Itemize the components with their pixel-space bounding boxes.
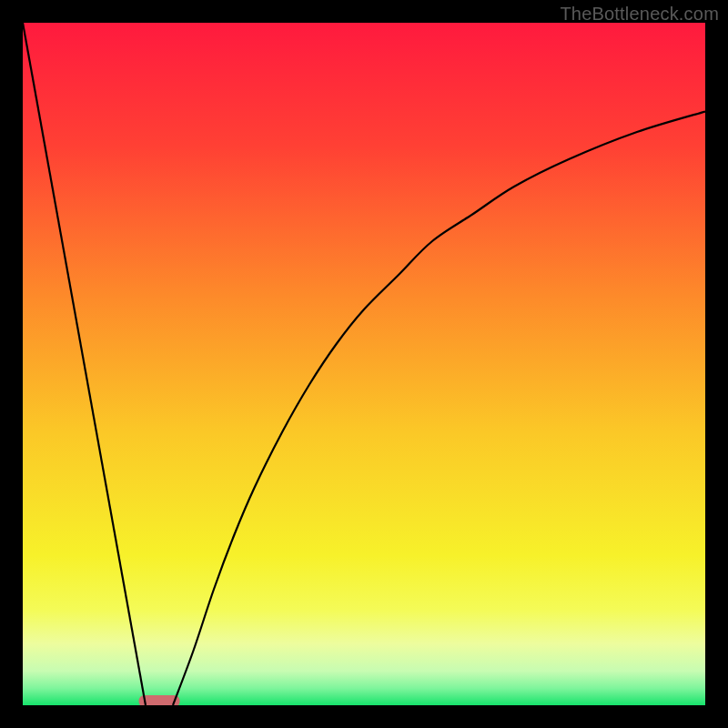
chart-frame: TheBottleneck.com (0, 0, 728, 728)
watermark-text: TheBottleneck.com (560, 4, 719, 25)
plot-area (23, 23, 705, 705)
chart-svg (23, 23, 705, 705)
gradient-background (23, 23, 705, 705)
